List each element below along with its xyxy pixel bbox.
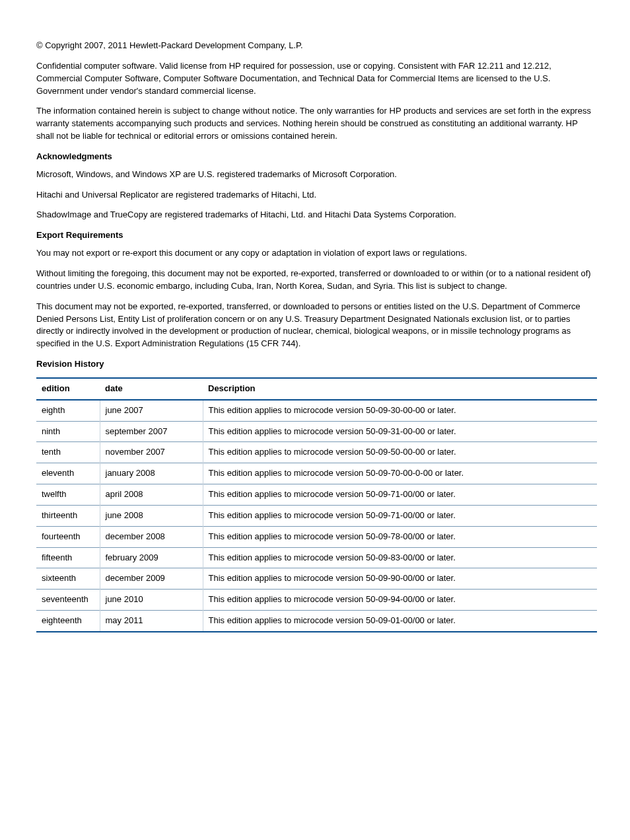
cell-edition: sixteenth bbox=[36, 568, 100, 590]
cell-date: april 2008 bbox=[100, 484, 203, 506]
ack-paragraph-1: Microsoft, Windows, and Windows XP are U… bbox=[36, 169, 597, 181]
copyright-line: © Copyright 2007, 2011 Hewlett-Packard D… bbox=[36, 40, 597, 52]
cell-edition: fifteenth bbox=[36, 547, 100, 568]
cell-edition: eleventh bbox=[36, 463, 100, 484]
export-paragraph-2: Without limiting the foregoing, this doc… bbox=[36, 268, 597, 293]
cell-description: This edition applies to microcode versio… bbox=[203, 568, 597, 590]
ack-paragraph-2: Hitachi and Universal Replicator are reg… bbox=[36, 189, 597, 202]
cell-edition: tenth bbox=[36, 442, 100, 463]
cell-description: This edition applies to microcode versio… bbox=[203, 505, 597, 526]
revision-history-table: edition date Description eighthjune 2007… bbox=[36, 377, 597, 632]
table-header-row: edition date Description bbox=[36, 378, 597, 400]
cell-description: This edition applies to microcode versio… bbox=[203, 421, 597, 442]
table-row: eleventhjanuary 2008This edition applies… bbox=[36, 463, 597, 484]
cell-edition: ninth bbox=[36, 421, 100, 442]
cell-edition: seventeenth bbox=[36, 590, 100, 611]
acknowledgments-heading: Acknowledgments bbox=[36, 151, 597, 163]
table-row: fifteenthfebruary 2009This edition appli… bbox=[36, 547, 597, 568]
cell-description: This edition applies to microcode versio… bbox=[203, 484, 597, 506]
cell-description: This edition applies to microcode versio… bbox=[203, 442, 597, 463]
table-row: tenthnovember 2007This edition applies t… bbox=[36, 442, 597, 463]
cell-date: december 2008 bbox=[100, 526, 203, 547]
table-row: sixteenthdecember 2009This edition appli… bbox=[36, 568, 597, 590]
header-edition: edition bbox=[36, 378, 100, 400]
cell-edition: eighteenth bbox=[36, 611, 100, 632]
information-paragraph: The information contained herein is subj… bbox=[36, 105, 597, 143]
cell-description: This edition applies to microcode versio… bbox=[203, 590, 597, 611]
cell-date: december 2009 bbox=[100, 568, 203, 590]
header-date: date bbox=[100, 378, 203, 400]
ack-paragraph-3: ShadowImage and TrueCopy are registered … bbox=[36, 209, 597, 221]
export-paragraph-1: You may not export or re-export this doc… bbox=[36, 247, 597, 260]
header-description: Description bbox=[203, 378, 597, 400]
table-row: eighthjune 2007This edition applies to m… bbox=[36, 400, 597, 421]
cell-edition: eighth bbox=[36, 400, 100, 421]
table-row: fourteenthdecember 2008This edition appl… bbox=[36, 526, 597, 547]
export-heading: Export Requirements bbox=[36, 229, 597, 242]
cell-date: june 2010 bbox=[100, 590, 203, 611]
cell-description: This edition applies to microcode versio… bbox=[203, 463, 597, 484]
table-row: twelfthapril 2008This edition applies to… bbox=[36, 484, 597, 506]
cell-description: This edition applies to microcode versio… bbox=[203, 526, 597, 547]
cell-date: june 2008 bbox=[100, 505, 203, 526]
cell-date: may 2011 bbox=[100, 611, 203, 632]
cell-date: june 2007 bbox=[100, 400, 203, 421]
table-row: seventeenthjune 2010This edition applies… bbox=[36, 590, 597, 611]
table-row: eighteenthmay 2011This edition applies t… bbox=[36, 611, 597, 632]
cell-description: This edition applies to microcode versio… bbox=[203, 611, 597, 632]
table-row: thirteenthjune 2008This edition applies … bbox=[36, 505, 597, 526]
cell-description: This edition applies to microcode versio… bbox=[203, 400, 597, 421]
cell-date: september 2007 bbox=[100, 421, 203, 442]
cell-edition: twelfth bbox=[36, 484, 100, 506]
table-row: ninthseptember 2007This edition applies … bbox=[36, 421, 597, 442]
cell-description: This edition applies to microcode versio… bbox=[203, 547, 597, 568]
cell-date: january 2008 bbox=[100, 463, 203, 484]
cell-edition: fourteenth bbox=[36, 526, 100, 547]
cell-date: november 2007 bbox=[100, 442, 203, 463]
confidential-paragraph: Confidential computer software. Valid li… bbox=[36, 60, 597, 98]
revision-history-heading: Revision History bbox=[36, 358, 597, 371]
export-paragraph-3: This document may not be exported, re-ex… bbox=[36, 301, 597, 350]
cell-date: february 2009 bbox=[100, 547, 203, 568]
cell-edition: thirteenth bbox=[36, 505, 100, 526]
